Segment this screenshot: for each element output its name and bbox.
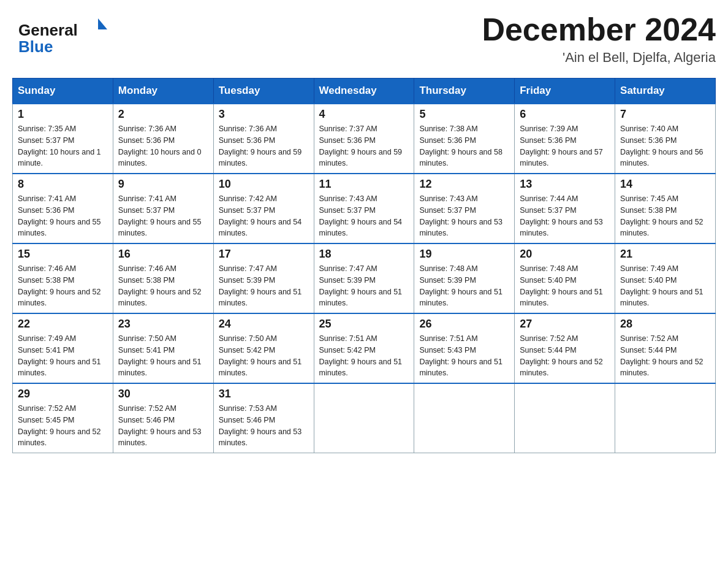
day-info: Sunrise: 7:48 AMSunset: 5:40 PMDaylight:… bbox=[520, 263, 610, 309]
day-number: 5 bbox=[419, 108, 509, 121]
calendar-week-3: 15 Sunrise: 7:46 AMSunset: 5:38 PMDaylig… bbox=[13, 243, 716, 313]
day-number: 10 bbox=[219, 178, 309, 191]
day-number: 31 bbox=[219, 388, 309, 400]
svg-marker-1 bbox=[98, 18, 107, 29]
calendar-cell: 9 Sunrise: 7:41 AMSunset: 5:37 PMDayligh… bbox=[113, 174, 213, 243]
calendar-cell bbox=[414, 383, 515, 453]
day-number: 29 bbox=[18, 388, 108, 400]
day-number: 24 bbox=[219, 318, 309, 331]
calendar-cell: 7 Sunrise: 7:40 AMSunset: 5:36 PMDayligh… bbox=[615, 104, 716, 174]
day-number: 30 bbox=[118, 388, 208, 400]
day-info: Sunrise: 7:52 AMSunset: 5:44 PMDaylight:… bbox=[620, 333, 710, 379]
day-number: 2 bbox=[118, 108, 208, 121]
day-info: Sunrise: 7:46 AMSunset: 5:38 PMDaylight:… bbox=[118, 263, 208, 309]
day-info: Sunrise: 7:52 AMSunset: 5:45 PMDaylight:… bbox=[18, 403, 108, 449]
svg-text:Blue: Blue bbox=[18, 37, 53, 56]
day-info: Sunrise: 7:43 AMSunset: 5:37 PMDaylight:… bbox=[319, 193, 409, 239]
calendar-cell bbox=[314, 383, 414, 453]
day-number: 1 bbox=[18, 108, 108, 121]
calendar-table: SundayMondayTuesdayWednesdayThursdayFrid… bbox=[12, 78, 716, 453]
day-info: Sunrise: 7:41 AMSunset: 5:36 PMDaylight:… bbox=[18, 193, 108, 239]
day-number: 4 bbox=[319, 108, 409, 121]
calendar-header-friday: Friday bbox=[515, 79, 615, 104]
day-info: Sunrise: 7:51 AMSunset: 5:43 PMDaylight:… bbox=[419, 333, 509, 379]
day-number: 6 bbox=[520, 108, 610, 121]
month-title: December 2024 bbox=[482, 12, 716, 47]
day-number: 17 bbox=[219, 248, 309, 261]
day-number: 9 bbox=[118, 178, 208, 191]
logo: General Blue bbox=[12, 12, 110, 58]
calendar-cell: 12 Sunrise: 7:43 AMSunset: 5:37 PMDaylig… bbox=[414, 174, 515, 243]
calendar-cell: 6 Sunrise: 7:39 AMSunset: 5:36 PMDayligh… bbox=[515, 104, 615, 174]
calendar-cell: 19 Sunrise: 7:48 AMSunset: 5:39 PMDaylig… bbox=[414, 243, 515, 313]
day-number: 3 bbox=[219, 108, 309, 121]
day-info: Sunrise: 7:38 AMSunset: 5:36 PMDaylight:… bbox=[419, 123, 509, 169]
calendar-cell: 24 Sunrise: 7:50 AMSunset: 5:42 PMDaylig… bbox=[213, 313, 314, 383]
day-info: Sunrise: 7:45 AMSunset: 5:38 PMDaylight:… bbox=[620, 193, 710, 239]
day-number: 19 bbox=[419, 248, 509, 261]
calendar-cell: 26 Sunrise: 7:51 AMSunset: 5:43 PMDaylig… bbox=[414, 313, 515, 383]
calendar-week-5: 29 Sunrise: 7:52 AMSunset: 5:45 PMDaylig… bbox=[13, 383, 716, 453]
header-right: December 2024 'Ain el Bell, Djelfa, Alge… bbox=[482, 12, 716, 66]
calendar-cell: 11 Sunrise: 7:43 AMSunset: 5:37 PMDaylig… bbox=[314, 174, 414, 243]
calendar-cell: 14 Sunrise: 7:45 AMSunset: 5:38 PMDaylig… bbox=[615, 174, 716, 243]
day-number: 27 bbox=[520, 318, 610, 331]
day-info: Sunrise: 7:40 AMSunset: 5:36 PMDaylight:… bbox=[620, 123, 710, 169]
day-info: Sunrise: 7:44 AMSunset: 5:37 PMDaylight:… bbox=[520, 193, 610, 239]
day-info: Sunrise: 7:47 AMSunset: 5:39 PMDaylight:… bbox=[219, 263, 309, 309]
logo-svg: General Blue bbox=[12, 12, 110, 58]
day-info: Sunrise: 7:37 AMSunset: 5:36 PMDaylight:… bbox=[319, 123, 409, 169]
calendar-cell: 15 Sunrise: 7:46 AMSunset: 5:38 PMDaylig… bbox=[13, 243, 113, 313]
calendar-header-tuesday: Tuesday bbox=[213, 79, 314, 104]
day-number: 14 bbox=[620, 178, 710, 191]
calendar-cell: 17 Sunrise: 7:47 AMSunset: 5:39 PMDaylig… bbox=[213, 243, 314, 313]
svg-text:General: General bbox=[18, 21, 78, 39]
calendar-cell: 28 Sunrise: 7:52 AMSunset: 5:44 PMDaylig… bbox=[615, 313, 716, 383]
calendar-cell: 4 Sunrise: 7:37 AMSunset: 5:36 PMDayligh… bbox=[314, 104, 414, 174]
calendar-cell: 23 Sunrise: 7:50 AMSunset: 5:41 PMDaylig… bbox=[113, 313, 213, 383]
calendar-header-saturday: Saturday bbox=[615, 79, 716, 104]
calendar-cell: 10 Sunrise: 7:42 AMSunset: 5:37 PMDaylig… bbox=[213, 174, 314, 243]
calendar-cell: 16 Sunrise: 7:46 AMSunset: 5:38 PMDaylig… bbox=[113, 243, 213, 313]
day-info: Sunrise: 7:49 AMSunset: 5:40 PMDaylight:… bbox=[620, 263, 710, 309]
day-info: Sunrise: 7:50 AMSunset: 5:41 PMDaylight:… bbox=[118, 333, 208, 379]
calendar-cell: 2 Sunrise: 7:36 AMSunset: 5:36 PMDayligh… bbox=[113, 104, 213, 174]
day-info: Sunrise: 7:53 AMSunset: 5:46 PMDaylight:… bbox=[219, 403, 309, 449]
calendar-cell: 29 Sunrise: 7:52 AMSunset: 5:45 PMDaylig… bbox=[13, 383, 113, 453]
day-info: Sunrise: 7:43 AMSunset: 5:37 PMDaylight:… bbox=[419, 193, 509, 239]
day-info: Sunrise: 7:49 AMSunset: 5:41 PMDaylight:… bbox=[18, 333, 108, 379]
calendar-cell: 31 Sunrise: 7:53 AMSunset: 5:46 PMDaylig… bbox=[213, 383, 314, 453]
page-header: General Blue December 2024 'Ain el Bell,… bbox=[12, 12, 716, 66]
location: 'Ain el Bell, Djelfa, Algeria bbox=[482, 50, 716, 66]
calendar-week-4: 22 Sunrise: 7:49 AMSunset: 5:41 PMDaylig… bbox=[13, 313, 716, 383]
day-info: Sunrise: 7:52 AMSunset: 5:46 PMDaylight:… bbox=[118, 403, 208, 449]
calendar-cell: 21 Sunrise: 7:49 AMSunset: 5:40 PMDaylig… bbox=[615, 243, 716, 313]
calendar-cell: 13 Sunrise: 7:44 AMSunset: 5:37 PMDaylig… bbox=[515, 174, 615, 243]
calendar-cell: 3 Sunrise: 7:36 AMSunset: 5:36 PMDayligh… bbox=[213, 104, 314, 174]
day-info: Sunrise: 7:50 AMSunset: 5:42 PMDaylight:… bbox=[219, 333, 309, 379]
calendar-cell: 5 Sunrise: 7:38 AMSunset: 5:36 PMDayligh… bbox=[414, 104, 515, 174]
day-number: 20 bbox=[520, 248, 610, 261]
day-number: 15 bbox=[18, 248, 108, 261]
calendar-header-wednesday: Wednesday bbox=[314, 79, 414, 104]
day-number: 8 bbox=[18, 178, 108, 191]
day-number: 7 bbox=[620, 108, 710, 121]
calendar-header-thursday: Thursday bbox=[414, 79, 515, 104]
calendar-cell: 8 Sunrise: 7:41 AMSunset: 5:36 PMDayligh… bbox=[13, 174, 113, 243]
calendar-header-monday: Monday bbox=[113, 79, 213, 104]
calendar-cell bbox=[515, 383, 615, 453]
day-info: Sunrise: 7:51 AMSunset: 5:42 PMDaylight:… bbox=[319, 333, 409, 379]
day-number: 16 bbox=[118, 248, 208, 261]
calendar-cell: 25 Sunrise: 7:51 AMSunset: 5:42 PMDaylig… bbox=[314, 313, 414, 383]
day-info: Sunrise: 7:35 AMSunset: 5:37 PMDaylight:… bbox=[18, 123, 108, 169]
day-info: Sunrise: 7:52 AMSunset: 5:44 PMDaylight:… bbox=[520, 333, 610, 379]
day-info: Sunrise: 7:46 AMSunset: 5:38 PMDaylight:… bbox=[18, 263, 108, 309]
day-info: Sunrise: 7:48 AMSunset: 5:39 PMDaylight:… bbox=[419, 263, 509, 309]
calendar-cell: 22 Sunrise: 7:49 AMSunset: 5:41 PMDaylig… bbox=[13, 313, 113, 383]
day-info: Sunrise: 7:36 AMSunset: 5:36 PMDaylight:… bbox=[118, 123, 208, 169]
calendar-cell: 18 Sunrise: 7:47 AMSunset: 5:39 PMDaylig… bbox=[314, 243, 414, 313]
calendar-cell: 30 Sunrise: 7:52 AMSunset: 5:46 PMDaylig… bbox=[113, 383, 213, 453]
calendar-week-1: 1 Sunrise: 7:35 AMSunset: 5:37 PMDayligh… bbox=[13, 104, 716, 174]
day-number: 22 bbox=[18, 318, 108, 331]
calendar-cell bbox=[615, 383, 716, 453]
